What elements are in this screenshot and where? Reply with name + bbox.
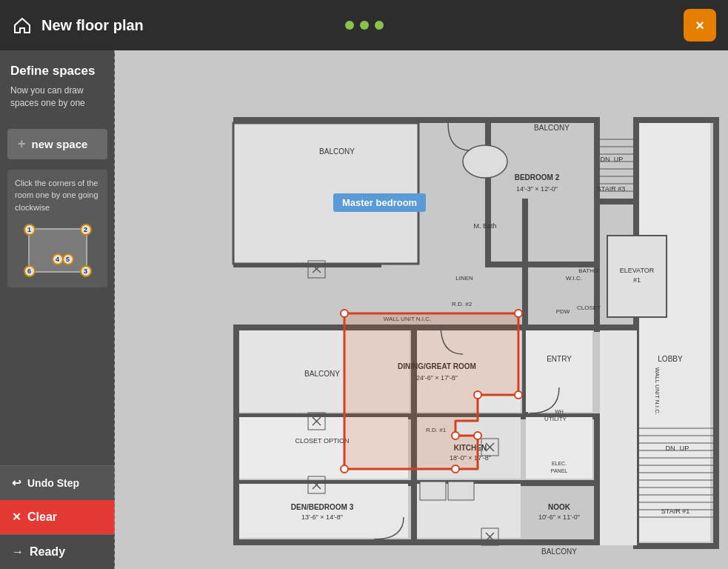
- svg-text:ENTRY: ENTRY: [547, 355, 572, 363]
- corner-dot-1: 1: [24, 224, 36, 236]
- plus-icon: +: [18, 136, 26, 152]
- svg-rect-11: [633, 543, 719, 549]
- svg-point-109: [463, 145, 507, 178]
- clear-x-icon: ✕: [12, 510, 21, 524]
- close-button[interactable]: ×: [684, 9, 716, 41]
- svg-rect-15: [485, 262, 596, 267]
- svg-point-104: [474, 391, 481, 399]
- undo-label: Undo Step: [27, 477, 79, 489]
- svg-rect-38: [600, 330, 637, 545]
- close-icon: ×: [695, 17, 704, 34]
- svg-text:R.D. #2: R.D. #2: [452, 301, 472, 307]
- dot-2: [360, 21, 369, 30]
- svg-rect-110: [420, 482, 446, 500]
- svg-text:WALL UNIT N.I.C.: WALL UNIT N.I.C.: [654, 367, 661, 416]
- home-icon: [12, 15, 33, 36]
- header: New floor plan ×: [0, 0, 728, 50]
- sidebar: Define spaces Now you can draw spaces on…: [0, 50, 115, 569]
- sidebar-bottom: ↩ Undo Step ✕ Clear → Ready: [0, 465, 115, 569]
- svg-text:NOOK: NOOK: [548, 503, 571, 511]
- instruction-box: Click the corners of the room one by one…: [7, 170, 107, 288]
- clear-button[interactable]: ✕ Clear: [0, 500, 115, 534]
- svg-rect-8: [633, 117, 715, 123]
- svg-point-102: [515, 310, 522, 317]
- svg-rect-6: [594, 117, 600, 332]
- svg-text:BATH 2: BATH 2: [578, 267, 599, 274]
- svg-rect-111: [448, 482, 474, 500]
- corner-dot-2: 2: [80, 224, 92, 236]
- svg-rect-12: [233, 539, 637, 545]
- svg-rect-36: [526, 330, 592, 412]
- header-left: New floor plan: [12, 15, 144, 36]
- svg-text:CLOSET OPTION: CLOSET OPTION: [295, 437, 350, 445]
- corner-box: [28, 228, 87, 273]
- dot-3: [375, 21, 384, 30]
- svg-rect-10: [713, 117, 719, 547]
- dot-1: [345, 21, 354, 30]
- svg-rect-25: [522, 199, 528, 330]
- new-space-button[interactable]: + new space: [7, 129, 107, 159]
- svg-rect-14: [485, 117, 491, 265]
- svg-rect-26: [594, 325, 635, 330]
- svg-point-107: [452, 465, 459, 473]
- undo-icon: ↩: [12, 476, 21, 490]
- ready-button[interactable]: → Ready: [0, 534, 115, 569]
- svg-text:13'-6" × 14'-8": 13'-6" × 14'-8": [301, 513, 343, 521]
- svg-text:UTILITY: UTILITY: [544, 416, 567, 422]
- floorplan-area[interactable]: Master bedroom: [115, 50, 728, 569]
- corner-diagram: 1 2 3 4 5 6: [21, 221, 95, 280]
- page-title: New floor plan: [41, 17, 144, 34]
- floorplan-svg: BALCONY BALCONY BEDROOM 2 14'-3" × 12'-0…: [115, 50, 728, 569]
- svg-point-103: [515, 391, 522, 399]
- svg-point-108: [341, 465, 348, 473]
- svg-text:CLOSET: CLOSET: [577, 305, 601, 311]
- define-desc: Now you can draw spaces one by one: [10, 84, 104, 110]
- svg-text:BALCONY: BALCONY: [541, 548, 577, 556]
- svg-text:#1: #1: [633, 276, 641, 284]
- svg-rect-28: [594, 413, 600, 545]
- svg-text:LOBBY: LOBBY: [658, 355, 683, 363]
- svg-text:W.I.C.: W.I.C.: [566, 275, 582, 282]
- svg-text:BALCONY: BALCONY: [534, 124, 570, 132]
- svg-text:BALCONY: BALCONY: [304, 370, 340, 378]
- svg-rect-39: [639, 123, 710, 542]
- svg-point-106: [452, 432, 459, 439]
- svg-text:PDW: PDW: [556, 308, 570, 315]
- svg-text:STAIR #1: STAIR #1: [661, 508, 689, 515]
- svg-text:10'-6" × 11'-0": 10'-6" × 11'-0": [538, 513, 580, 521]
- svg-text:DEN/BEDROOM 3: DEN/BEDROOM 3: [291, 503, 354, 511]
- header-dots: [345, 21, 384, 30]
- svg-text:BALCONY: BALCONY: [319, 147, 355, 156]
- define-title: Define spaces: [10, 64, 104, 79]
- svg-point-101: [341, 310, 348, 317]
- corner-dot-5: 5: [62, 253, 74, 265]
- svg-text:14'-3" × 12'-0": 14'-3" × 12'-0": [516, 185, 558, 193]
- svg-point-105: [474, 432, 481, 439]
- corner-dot-6: 6: [24, 265, 36, 277]
- corner-dot-3: 3: [80, 265, 92, 277]
- svg-text:PANEL: PANEL: [551, 468, 568, 473]
- svg-text:ELEC.: ELEC.: [552, 461, 567, 466]
- svg-text:ELEVATOR: ELEVATOR: [620, 267, 655, 274]
- svg-text:M. Bath: M. Bath: [473, 222, 496, 230]
- ready-arrow-icon: →: [12, 545, 24, 559]
- svg-text:LINEN: LINEN: [455, 275, 473, 282]
- master-bedroom-label: Master bedroom: [333, 193, 426, 212]
- svg-text:BEDROOM 2: BEDROOM 2: [515, 173, 560, 182]
- main-layout: Define spaces Now you can draw spaces on…: [0, 50, 728, 569]
- sidebar-top: Define spaces Now you can draw spaces on…: [0, 50, 115, 119]
- clear-label: Clear: [27, 510, 57, 524]
- instruction-text: Click the corners of the room one by one…: [15, 177, 100, 214]
- ready-label: Ready: [30, 545, 65, 559]
- svg-rect-16: [594, 199, 635, 204]
- svg-rect-13: [233, 325, 239, 545]
- undo-step-button[interactable]: ↩ Undo Step: [0, 465, 115, 500]
- svg-text:WH: WH: [555, 409, 564, 414]
- new-space-label: new space: [32, 138, 88, 150]
